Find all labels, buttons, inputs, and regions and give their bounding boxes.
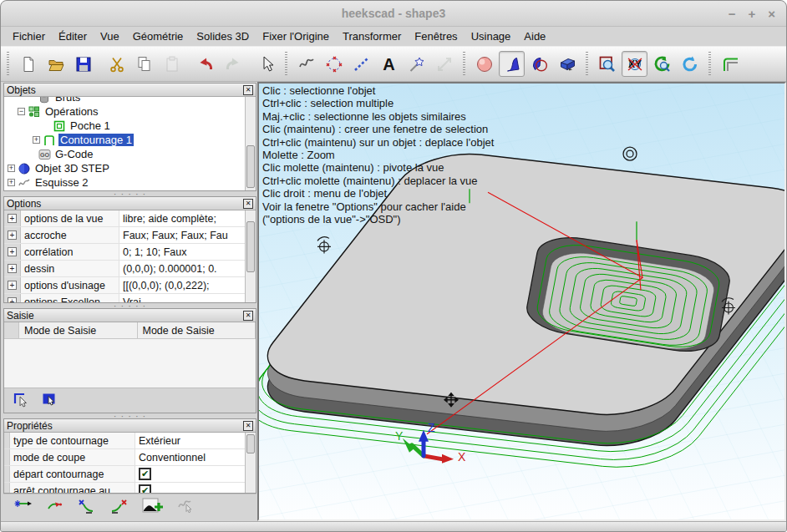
tree-scrollbar[interactable] — [245, 97, 256, 190]
menu-fichier[interactable]: Fichier — [6, 28, 52, 45]
expand-icon[interactable]: + — [8, 297, 17, 302]
cut-icon[interactable] — [104, 51, 129, 77]
menu-geometrie[interactable]: Géométrie — [126, 28, 190, 45]
add-operation-icon[interactable] — [142, 497, 164, 519]
menu-aide[interactable]: Aide — [517, 28, 552, 45]
undo-icon[interactable] — [192, 51, 218, 77]
redo-icon[interactable] — [220, 51, 246, 77]
tree-item-poche-1[interactable]: Poche 1 — [6, 119, 256, 133]
option-row-dessin: + dessin (0,0,0); 0.000001; 0. — [4, 261, 256, 277]
drag-mode-icon[interactable] — [40, 390, 60, 412]
operation-toolbar — [3, 494, 256, 521]
option-row-excellon: + options Excellon Vrai — [4, 294, 256, 302]
titlebar[interactable]: heekscad - shape3 − + × — [1, 1, 786, 27]
select-mode-icon[interactable] — [12, 390, 32, 412]
expand-icon[interactable]: + — [8, 247, 17, 256]
option-row-vue: + options de la vue libre; aide complète… — [4, 210, 256, 227]
lead-out-icon[interactable] — [109, 498, 129, 518]
toolbar-grip[interactable] — [285, 52, 287, 77]
text-tool-icon[interactable]: A — [376, 51, 402, 77]
collapse-icon[interactable]: − — [18, 108, 25, 115]
tree-item-contournage-1[interactable]: + Contournage 1 — [6, 133, 256, 147]
lead-in-icon[interactable] — [77, 498, 97, 518]
saisie-panel-close-icon[interactable]: ✕ — [243, 311, 253, 321]
tree-item-esquisse-2[interactable]: + Esquisse 2 — [6, 175, 256, 190]
points-icon[interactable] — [321, 51, 347, 77]
pick-sketch-icon[interactable] — [176, 497, 196, 519]
expand-icon[interactable]: + — [33, 136, 40, 144]
objects-tree: Bruts − Opérations Poche 1 — [4, 97, 256, 190]
axis-y-label: Y — [395, 429, 404, 443]
menu-transformer[interactable]: Transformer — [336, 28, 408, 45]
property-row-mode: mode de coupe Conventionnel — [4, 449, 256, 466]
proprietes-panel-title: Propriétés — [7, 420, 53, 432]
proprietes-scrollbar[interactable] — [245, 433, 256, 493]
options-panel-close-icon[interactable]: ✕ — [243, 199, 253, 209]
objets-panel: Objets ✕ Bruts − Opérations — [3, 83, 256, 191]
maximize-button[interactable]: + — [748, 8, 755, 20]
tree-item-gcode[interactable]: GO G-Code — [6, 147, 256, 161]
toolbar-grip[interactable] — [708, 52, 711, 77]
new-file-icon[interactable] — [15, 51, 41, 77]
zoom-extents-icon[interactable] — [649, 51, 675, 77]
sphere-icon[interactable] — [471, 51, 497, 77]
toolbar-grip[interactable] — [7, 52, 9, 77]
window-controls: − + × — [729, 1, 775, 26]
expand-icon[interactable]: + — [8, 264, 17, 273]
options-scrollbar[interactable] — [245, 210, 256, 302]
tree-item-operations[interactable]: − Opérations — [6, 104, 256, 119]
expand-icon[interactable]: + — [8, 179, 15, 186]
solid-block-icon[interactable] — [554, 51, 580, 77]
toolbar-grip[interactable] — [586, 52, 588, 77]
selected-tree-item-label: Contournage 1 — [58, 134, 134, 146]
expand-icon[interactable]: + — [8, 231, 17, 240]
main-area: Objets ✕ Bruts − Opérations — [1, 82, 786, 521]
menu-editer[interactable]: Éditer — [52, 28, 94, 45]
expand-icon[interactable]: + — [8, 165, 15, 172]
left-dock: Objets ✕ Bruts − Opérations — [1, 82, 257, 521]
dimension-icon[interactable] — [431, 51, 457, 77]
sketch-spline-icon[interactable] — [293, 51, 319, 77]
options-table: + options de la vue libre; aide complète… — [4, 210, 256, 302]
proprietes-panel: Propriétés ✕ type de contournage Extérie… — [3, 418, 256, 494]
extrude-icon[interactable] — [499, 51, 525, 77]
paste-icon[interactable] — [159, 51, 185, 77]
menu-fixer-origine[interactable]: Fixer l'Origine — [256, 28, 336, 45]
checkbox-checked[interactable]: ✔ — [139, 468, 151, 480]
tree-item-bruts[interactable]: Bruts — [6, 97, 256, 104]
expand-icon[interactable]: + — [8, 281, 17, 290]
view-xy-icon[interactable]: XY — [622, 51, 647, 77]
end-point-icon[interactable] — [46, 498, 64, 518]
zoom-window-icon[interactable] — [594, 51, 620, 77]
magic-wand-icon[interactable] — [404, 51, 429, 77]
minimize-button[interactable]: − — [729, 8, 736, 20]
viewport-3d[interactable]: X Y Z Clic : selectionne l'objet Ctrl+cl… — [257, 82, 786, 521]
tree-item-objet-3d-step[interactable]: + Objet 3D STEP — [6, 161, 256, 175]
menu-usinage[interactable]: Usinage — [465, 28, 518, 45]
copy-icon[interactable] — [131, 51, 157, 77]
close-button[interactable]: × — [768, 8, 775, 20]
select-cursor-icon[interactable] — [253, 51, 279, 77]
proprietes-panel-close-icon[interactable]: ✕ — [243, 421, 253, 431]
option-row-correlation: + corrélation 0; 1; 10; Faux — [4, 244, 256, 261]
menu-vue[interactable]: Vue — [94, 28, 126, 45]
heekscad-window: heekscad - shape3 − + × Fichier Éditer V… — [0, 0, 787, 532]
start-point-icon[interactable] — [13, 498, 33, 518]
proprietes-panel-caption: Propriétés ✕ — [4, 419, 256, 433]
toolbar-grip[interactable] — [463, 52, 465, 77]
profile-operation-icon[interactable] — [717, 51, 743, 77]
checkbox-checked[interactable]: ✔ — [139, 484, 151, 493]
revolve-icon[interactable] — [526, 51, 552, 77]
save-file-icon[interactable] — [70, 51, 96, 77]
options-panel-title: Options — [7, 198, 41, 210]
line-segments-icon[interactable] — [348, 51, 374, 77]
menu-solides-3d[interactable]: Solides 3D — [190, 28, 256, 45]
expand-icon[interactable]: + — [8, 214, 17, 223]
scene-canvas[interactable]: X Y Z — [259, 84, 784, 519]
stock-icon — [38, 97, 51, 104]
menu-fenetres[interactable]: Fenêtres — [408, 28, 464, 45]
redraw-icon[interactable] — [677, 51, 703, 77]
open-file-icon[interactable] — [43, 51, 69, 77]
objets-panel-close-icon[interactable]: ✕ — [243, 85, 253, 95]
step-solid-icon — [18, 163, 31, 175]
